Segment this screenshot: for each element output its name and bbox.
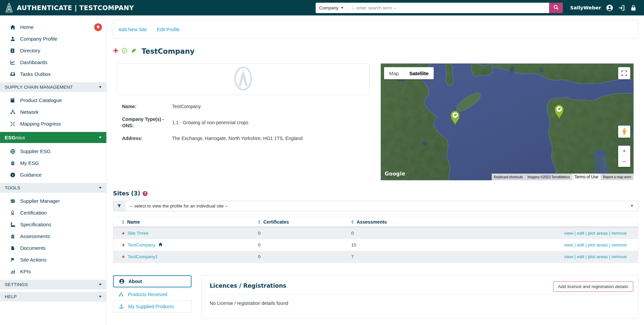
expand-plus-icon[interactable]: + — [122, 254, 125, 260]
sidebar-item-specifications[interactable]: Specifications — [0, 219, 106, 230]
sidebar-item-home[interactable]: Home — [0, 21, 106, 33]
sidebar-section-supply-chain-management[interactable]: SUPPLY CHAIN MANAGEMENT — [0, 82, 106, 92]
field-company-type: Company Type(s) - ONS: 1.1 - Growing of … — [122, 116, 370, 129]
expand-plus-icon[interactable]: + — [122, 242, 125, 248]
sidebar-item-certification[interactable]: Certification — [0, 207, 106, 219]
sites-title: Sites (3) — [113, 190, 140, 197]
search-category-dropdown[interactable]: Company — [316, 3, 347, 13]
plot-areas-link[interactable]: plot areas — [588, 242, 608, 247]
clipboard-icon — [9, 234, 16, 239]
sidebar-item-documents[interactable]: Documents — [0, 242, 106, 254]
site-name-link[interactable]: TestCompany — [127, 242, 155, 247]
plot-areas-link[interactable]: plot areas — [588, 231, 608, 236]
sidebar-item-kpis[interactable]: KPIs — [0, 266, 106, 277]
tab-my-supplied-products[interactable]: My Supplied Products — [113, 300, 192, 313]
add-new-site-link[interactable]: Add New Site — [118, 27, 147, 32]
remove-link[interactable]: remove — [611, 254, 627, 259]
add-licence-button[interactable]: Add licence and registration details — [553, 281, 633, 292]
sort-icon[interactable] — [351, 220, 354, 224]
sidebar-item-tasks-outbox[interactable]: Tasks Outbox — [0, 68, 106, 80]
zoom-in-button[interactable]: + — [618, 146, 630, 156]
site-filter-row: -- select to view the profile for an ind… — [113, 201, 638, 211]
company-logo-box — [117, 63, 370, 95]
site-name-link[interactable]: TestCompany1 — [127, 254, 158, 259]
satellite-view-button[interactable]: Satellite — [404, 67, 434, 79]
fullscreen-button[interactable] — [618, 67, 630, 79]
remove-link[interactable]: remove — [611, 242, 627, 247]
zoom-out-button[interactable]: − — [618, 156, 630, 167]
notification-bell-badge[interactable] — [94, 23, 102, 31]
sidebar-item-dashboards[interactable]: Dashboards — [0, 56, 106, 68]
edit-link[interactable]: edit — [577, 242, 584, 247]
expand-plus-icon[interactable]: + — [122, 231, 125, 236]
tab-about[interactable]: About — [113, 275, 192, 287]
table-row: + Site Three 0 0 view | edit | plot area… — [113, 227, 638, 239]
report-map-error-link[interactable]: Report a map error — [601, 174, 634, 180]
sort-icon[interactable] — [258, 220, 261, 224]
terms-of-use-link[interactable]: Terms of Use — [572, 174, 601, 180]
tab-products-received[interactable]: Products Received — [113, 288, 192, 300]
sidebar-item-supplier-manager[interactable]: Supplier Manager — [0, 195, 106, 207]
edit-link[interactable]: edit — [577, 231, 584, 236]
chart-line-icon — [9, 60, 16, 65]
search-input[interactable] — [347, 3, 549, 13]
sidebar-item-directory[interactable]: Directory — [0, 45, 106, 56]
sidebar-section-help[interactable]: HELP — [0, 292, 106, 301]
profile-tabs: About Products Received My Supplied Prod… — [113, 275, 192, 313]
profile-section: Name: TestCompany Company Type(s) - ONS:… — [113, 63, 638, 180]
top-bar: AUTHENTICATE | TESTCOMPANY Company Sally… — [0, 0, 644, 15]
sidebar: Home Company Profile Directory Dashboard… — [0, 15, 107, 325]
search-button[interactable] — [549, 3, 563, 13]
address-book-icon — [9, 48, 16, 53]
chevron-down-icon — [99, 137, 102, 138]
global-search: Company — [316, 3, 563, 13]
add-icon[interactable] — [113, 48, 118, 55]
filter-funnel-icon[interactable] — [113, 201, 125, 211]
home-icon — [9, 24, 16, 30]
sidebar-item-guidance[interactable]: Guidance — [0, 169, 106, 181]
user-name[interactable]: SallyWeber — [570, 5, 601, 10]
sidebar-item-company-profile[interactable]: Company Profile — [0, 33, 106, 45]
google-map[interactable]: Map Satellite + − Google Keyboard shortc… — [381, 63, 634, 180]
sitemap-icon — [118, 292, 124, 297]
edit-link[interactable]: edit — [577, 254, 584, 259]
sidebar-item-site-actions[interactable]: Site Actions — [0, 254, 106, 266]
column-header-assessments[interactable]: Assessments — [343, 219, 552, 225]
user-circle-icon[interactable] — [606, 4, 613, 11]
chevron-down-icon — [99, 296, 102, 297]
map-view-button[interactable]: Map — [384, 67, 404, 79]
company-details: Name: TestCompany Company Type(s) - ONS:… — [113, 63, 370, 180]
column-header-certificates[interactable]: Certificates — [250, 219, 343, 225]
sign-in-icon[interactable] — [618, 4, 625, 11]
view-link[interactable]: view — [564, 254, 573, 259]
inbox-tray-icon — [9, 72, 16, 77]
chevron-down-icon — [99, 187, 102, 189]
view-link[interactable]: view — [564, 242, 573, 247]
street-view-pegman[interactable] — [618, 126, 630, 138]
flag-icon — [9, 257, 16, 263]
column-header-name[interactable]: Name — [113, 219, 250, 225]
brand: AUTHENTICATE | TESTCOMPANY — [5, 2, 134, 13]
edit-profile-link[interactable]: Edit Profile — [157, 27, 180, 32]
sort-icon[interactable] — [122, 220, 124, 224]
keyboard-shortcuts-link[interactable]: Keyboard shortcuts — [492, 174, 525, 180]
sidebar-item-network[interactable]: Network — [0, 106, 106, 118]
view-link[interactable]: view — [564, 231, 573, 236]
search-icon — [553, 4, 559, 11]
field-name: Name: TestCompany — [122, 103, 370, 110]
sidebar-item-supplier-esg[interactable]: Supplier ESG — [0, 145, 106, 157]
sidebar-section-settings[interactable]: SETTINGS — [0, 280, 106, 289]
site-name-link[interactable]: Site Three — [127, 231, 148, 236]
site-filter-select[interactable]: -- select to view the profile for an ind… — [125, 201, 638, 211]
sidebar-item-assessments[interactable]: Assessments — [0, 230, 106, 242]
sidebar-section-esgnius[interactable]: ESGnius — [0, 132, 106, 143]
sidebar-section-tools[interactable]: TOOLS — [0, 183, 106, 193]
sidebar-item-product-catalogue[interactable]: Product Catalogue — [0, 94, 106, 106]
remove-link[interactable]: remove — [611, 231, 627, 236]
logo-placeholder-watermark-icon — [233, 66, 253, 92]
lock-icon[interactable] — [630, 4, 637, 11]
sidebar-item-my-esg[interactable]: My ESG — [0, 157, 106, 169]
sidebar-item-mapping-progress[interactable]: Mapping Progress — [0, 118, 106, 130]
plot-areas-link[interactable]: plot areas — [588, 254, 608, 259]
help-icon[interactable]: ? — [143, 191, 148, 196]
